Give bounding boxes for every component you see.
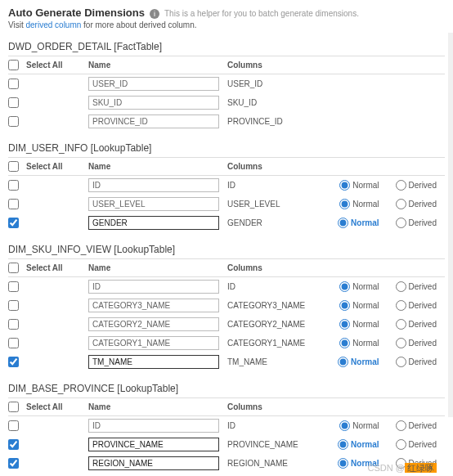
normal-radio[interactable] <box>338 439 348 450</box>
derived-option[interactable]: Derived <box>396 218 437 228</box>
page-subtext: Visit derived column for more about deri… <box>8 20 445 29</box>
normal-radio[interactable] <box>338 458 348 469</box>
name-input[interactable] <box>88 438 219 451</box>
table-row: USER_ID <box>8 74 445 93</box>
name-input[interactable] <box>88 197 219 211</box>
normal-radio[interactable] <box>339 338 350 348</box>
select-all-checkbox[interactable] <box>8 402 19 412</box>
row-checkbox[interactable] <box>8 218 19 228</box>
columns-header: Columns <box>227 263 325 273</box>
derived-option[interactable]: Derived <box>396 281 437 292</box>
derived-radio[interactable] <box>396 218 406 228</box>
derived-option[interactable]: Derived <box>396 300 437 311</box>
normal-option[interactable]: Normal <box>338 439 379 450</box>
normal-option[interactable]: Normal <box>338 218 379 228</box>
name-input[interactable] <box>88 280 219 294</box>
sub-post: for more about derived column. <box>81 20 196 29</box>
select-all-checkbox[interactable] <box>8 161 19 172</box>
normal-radio[interactable] <box>339 180 350 191</box>
select-all-label: Select All <box>26 161 88 172</box>
derived-option[interactable]: Derived <box>396 180 437 191</box>
row-checkbox[interactable] <box>8 357 19 367</box>
row-checkbox[interactable] <box>8 79 19 89</box>
derived-radio[interactable] <box>396 180 406 191</box>
table-row: IDNormalDerived <box>8 277 445 296</box>
normal-option[interactable]: Normal <box>338 357 379 367</box>
derived-radio[interactable] <box>396 319 406 330</box>
row-checkbox[interactable] <box>8 300 19 311</box>
page-title: Auto Generate Dimensions <box>8 7 145 19</box>
derived-option[interactable]: Derived <box>396 439 437 450</box>
page-header: Auto Generate Dimensions i This is a hel… <box>8 7 445 29</box>
row-checkbox[interactable] <box>8 281 19 292</box>
normal-option[interactable]: Normal <box>339 199 379 209</box>
name-input[interactable] <box>88 317 219 331</box>
row-checkbox[interactable] <box>8 458 19 469</box>
row-checkbox[interactable] <box>8 116 19 127</box>
column-label: PROVINCE_NAME <box>227 440 325 449</box>
normal-option[interactable]: Normal <box>339 180 379 191</box>
normal-radio[interactable] <box>339 319 350 330</box>
name-input[interactable] <box>88 456 219 470</box>
columns-header: Columns <box>227 161 325 172</box>
column-label: TM_NAME <box>227 357 325 366</box>
derived-radio[interactable] <box>396 439 406 450</box>
name-input[interactable] <box>88 77 219 91</box>
name-input[interactable] <box>88 355 219 369</box>
normal-radio[interactable] <box>338 357 348 367</box>
derived-option[interactable]: Derived <box>396 357 437 367</box>
table-row: CATEGORY2_NAMENormalDerived <box>8 315 445 334</box>
row-checkbox[interactable] <box>8 199 19 209</box>
column-label: USER_LEVEL <box>227 200 325 209</box>
table-row: PROVINCE_NAMENormalDerived <box>8 435 445 454</box>
select-all-checkbox[interactable] <box>8 60 19 70</box>
watermark-highlight: 红绿啄 <box>405 463 437 473</box>
table-title: DIM_BASE_PROVINCE [LookupTable] <box>8 383 445 394</box>
name-input[interactable] <box>88 336 219 350</box>
derived-radio[interactable] <box>396 281 406 292</box>
name-header: Name <box>88 263 227 273</box>
normal-radio[interactable] <box>339 420 350 431</box>
row-checkbox[interactable] <box>8 420 19 431</box>
normal-option[interactable]: Normal <box>339 338 379 348</box>
table-header: Select AllNameColumns <box>8 157 445 176</box>
row-checkbox[interactable] <box>8 180 19 191</box>
name-input[interactable] <box>88 299 219 312</box>
row-checkbox[interactable] <box>8 338 19 348</box>
derived-radio[interactable] <box>396 199 406 209</box>
name-input[interactable] <box>88 178 219 192</box>
normal-radio[interactable] <box>338 218 348 228</box>
table-row: TM_NAMENormalDerived <box>8 353 445 371</box>
row-checkbox[interactable] <box>8 97 19 108</box>
row-checkbox[interactable] <box>8 439 19 450</box>
derived-option[interactable]: Derived <box>396 199 437 209</box>
column-label: ID <box>227 282 325 291</box>
derived-radio[interactable] <box>396 420 406 431</box>
normal-radio[interactable] <box>339 281 350 292</box>
select-all-checkbox[interactable] <box>8 263 19 273</box>
name-input[interactable] <box>88 96 219 110</box>
page-hint: This is a helper for you to batch genera… <box>164 9 359 18</box>
column-label: REGION_NAME <box>227 459 325 468</box>
row-checkbox[interactable] <box>8 319 19 330</box>
derived-radio[interactable] <box>396 357 406 367</box>
normal-radio[interactable] <box>339 300 350 311</box>
derived-option[interactable]: Derived <box>396 420 437 431</box>
derived-option[interactable]: Derived <box>396 338 437 348</box>
column-label: CATEGORY3_NAME <box>227 301 325 310</box>
derived-radio[interactable] <box>396 338 406 348</box>
name-input[interactable] <box>88 216 219 230</box>
table-title: DIM_SKU_INFO_VIEW [LookupTable] <box>8 244 445 255</box>
derived-column-link[interactable]: derived column <box>26 20 82 29</box>
scrollbar[interactable] <box>448 33 453 417</box>
table-header: Select AllNameColumns <box>8 397 445 416</box>
normal-option[interactable]: Normal <box>339 319 379 330</box>
normal-option[interactable]: Normal <box>339 281 379 292</box>
normal-option[interactable]: Normal <box>339 300 379 311</box>
name-input[interactable] <box>88 419 219 433</box>
derived-option[interactable]: Derived <box>396 319 437 330</box>
name-input[interactable] <box>88 115 219 128</box>
derived-radio[interactable] <box>396 300 406 311</box>
normal-radio[interactable] <box>339 199 350 209</box>
normal-option[interactable]: Normal <box>339 420 379 431</box>
